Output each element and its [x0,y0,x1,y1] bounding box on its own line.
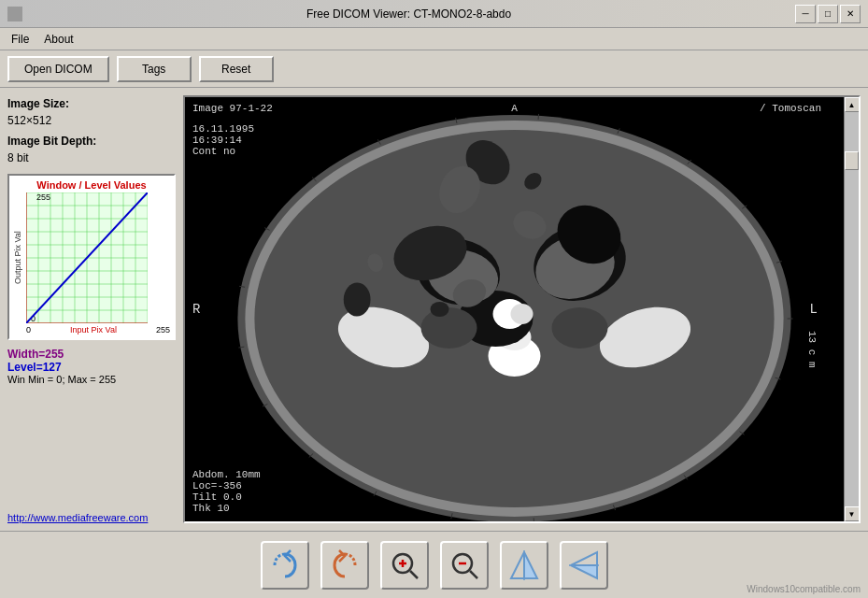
bit-depth-label: Image Bit Depth: [7,135,96,148]
flip-v-button[interactable] [560,541,608,590]
image-size-label: Image Size: [7,97,69,110]
wl-width: Width=255 [7,348,176,361]
wl-minmax: Win Min = 0; Max = 255 [7,374,176,385]
bottom-toolbar: Windows10compatible.com [0,531,868,598]
rotate-ccw-icon [328,548,362,582]
menu-bar: File About [0,28,868,50]
image-panel: Image 97-1-22 A / Tomoscan 16.11.1995 16… [183,95,861,523]
scroll-thumb[interactable] [845,151,859,170]
wl-x-label: Input Pix Val [70,325,117,335]
svg-marker-7 [511,552,524,578]
wl-x-min: 0 [26,325,31,335]
image-size-section: Image Size: 512×512 [7,95,176,129]
close-button[interactable]: ✕ [840,5,861,23]
zoom-out-icon [448,548,481,582]
watermark: Windows10compatible.com [747,584,861,594]
minimize-button[interactable]: ─ [795,5,816,23]
wl-x-max: 255 [156,325,170,335]
svg-marker-11 [571,565,597,578]
app-icon [7,7,22,21]
rotate-cw-button[interactable] [261,541,309,590]
menu-about[interactable]: About [36,31,80,48]
title-buttons: ─ □ ✕ [795,5,861,23]
bit-depth-value: 8 bit [7,151,29,164]
svg-marker-10 [571,552,597,565]
image-viewport[interactable]: Image 97-1-22 A / Tomoscan 16.11.1995 16… [185,97,844,521]
left-panel: Image Size: 512×512 Image Bit Depth: 8 b… [7,95,176,523]
wl-y-label: Output Pix Val [13,192,26,323]
wl-chart-title: Window / Level Values [13,179,170,191]
wl-values: Width=255 Level=127 Win Min = 0; Max = 2… [7,348,176,385]
image-size-value: 512×512 [7,114,51,127]
ct-scan-canvas [185,97,844,521]
toolbar: Open DICOM Tags Reset [0,50,868,88]
rotate-ccw-button[interactable] [320,541,369,590]
flip-h-button[interactable] [500,541,548,590]
image-scrollbar: ▲ ▼ [844,97,859,521]
scroll-up-button[interactable]: ▲ [845,97,860,112]
maximize-button[interactable]: □ [818,5,838,23]
tags-button[interactable]: Tags [117,56,192,82]
zoom-in-icon [388,548,421,582]
svg-line-6 [470,571,477,578]
svg-marker-8 [524,552,537,578]
scroll-down-button[interactable]: ▼ [845,506,860,521]
zoom-in-button[interactable] [380,541,429,590]
website-link[interactable]: http://www.mediafreeware.com [7,512,176,523]
reset-button[interactable]: Reset [199,56,274,82]
window-title: Free DICOM Viewer: CT-MONO2-8-abdo [22,7,795,21]
bit-depth-section: Image Bit Depth: 8 bit [7,133,176,166]
rotate-cw-icon [268,548,302,582]
wl-x-labels: 0 Input Pix Val 255 [13,325,170,335]
wl-chart-container: Window / Level Values Output Pix Val 0 I… [7,174,176,340]
wl-chart [26,192,170,323]
menu-file[interactable]: File [4,31,36,48]
title-bar: Free DICOM Viewer: CT-MONO2-8-abdo ─ □ ✕ [0,0,868,28]
flip-v-icon [567,548,601,582]
wl-level: Level=127 [7,361,176,374]
title-bar-left [7,7,22,21]
zoom-out-button[interactable] [440,541,489,590]
flip-h-icon [507,548,541,582]
svg-line-3 [410,571,418,578]
wl-chart-area: Output Pix Val [13,192,170,323]
wl-canvas [26,192,148,323]
scroll-track[interactable] [845,112,859,506]
main-content: Image Size: 512×512 Image Bit Depth: 8 b… [0,88,868,531]
open-dicom-button[interactable]: Open DICOM [7,56,109,82]
